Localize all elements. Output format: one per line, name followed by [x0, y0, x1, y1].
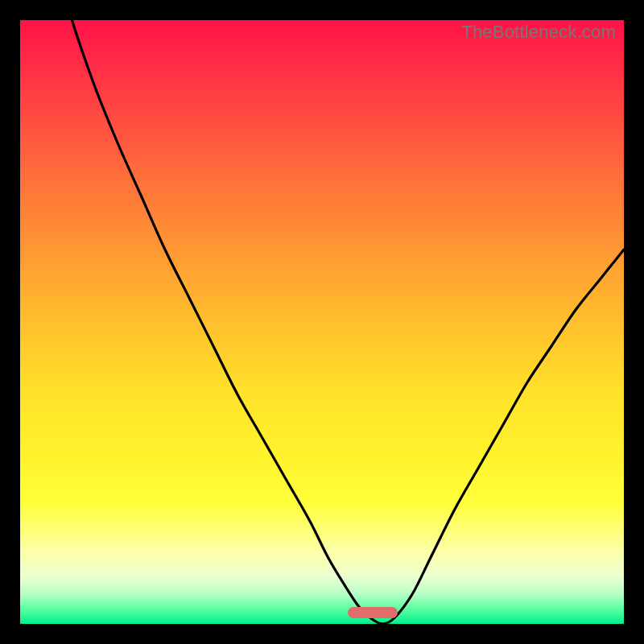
plot-area: TheBottleneck.com — [20, 20, 624, 624]
curve-path — [20, 0, 624, 624]
bottleneck-curve — [20, 20, 624, 624]
optimum-marker — [348, 607, 398, 618]
chart-frame: TheBottleneck.com — [0, 0, 644, 644]
